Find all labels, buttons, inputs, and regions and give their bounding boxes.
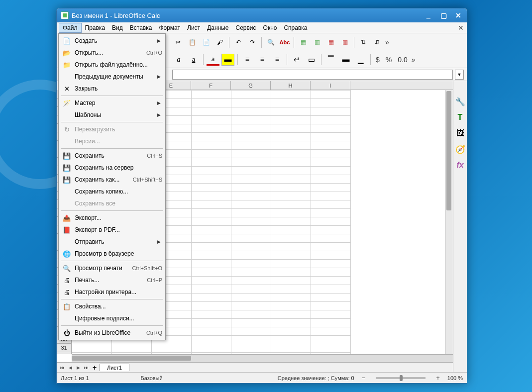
horizontal-scrollbar[interactable] [72, 354, 453, 362]
align-center-icon[interactable]: ≡ [256, 54, 269, 66]
menu-format[interactable]: Формат [155, 23, 184, 32]
maximize-button[interactable]: ▢ [439, 11, 448, 20]
first-sheet-icon[interactable]: ⏮ [59, 364, 66, 371]
paste-icon[interactable]: 📄 [200, 36, 212, 48]
zoom-slider[interactable] [376, 377, 426, 379]
menu-item-закрыть[interactable]: ✕Закрыть [59, 83, 165, 95]
menu-item-настройки-принтера-[interactable]: 🖨Настройки принтера... [59, 286, 165, 298]
functions-panel-icon[interactable]: fx [455, 160, 466, 171]
insert-col-icon[interactable]: ▥ [311, 36, 323, 48]
gallery-panel-icon[interactable]: 🖼 [455, 128, 466, 139]
zoom-in-button[interactable]: + [434, 374, 441, 382]
insert-row-icon[interactable]: ▦ [297, 36, 309, 48]
highlight-icon[interactable]: ▬ [221, 54, 234, 66]
menu-item-label: Сохранить все [75, 200, 162, 207]
menu-item-шаблоны[interactable]: Шаблоны▶ [59, 109, 165, 121]
col-header-H[interactable]: H [271, 81, 311, 90]
menu-item-цифровые-подписи-[interactable]: Цифровые подписи... [59, 312, 165, 324]
vertical-scrollbar[interactable] [445, 90, 453, 354]
italic-icon[interactable]: a [172, 54, 185, 66]
next-sheet-icon[interactable]: ▶ [75, 364, 82, 371]
font-color-icon[interactable]: a [207, 54, 219, 66]
separator [261, 37, 262, 48]
menu-item-сохранить-на-сервер[interactable]: 💾Сохранить на сервер [59, 162, 165, 174]
formula-dropdown-icon[interactable]: ▼ [455, 70, 464, 80]
menu-item-создать[interactable]: 📄Создать▶ [59, 35, 165, 47]
sort-asc-icon[interactable]: ⇅ [357, 36, 369, 48]
menu-item-версии-: Версии... [59, 135, 165, 147]
styles-panel-icon[interactable]: T [455, 112, 466, 123]
menu-window[interactable]: Окно [260, 23, 281, 32]
zoom-out-button[interactable]: − [360, 374, 367, 382]
menu-data[interactable]: Данные [204, 23, 232, 32]
menu-item-открыть-[interactable]: 📂Открыть...Ctrl+O [59, 47, 165, 59]
valign-bot-icon[interactable]: ▁ [354, 54, 367, 66]
hscroll-thumb[interactable] [72, 356, 191, 361]
format-paintbrush-icon[interactable]: 🖌 [214, 36, 226, 48]
prev-sheet-icon[interactable]: ◀ [67, 364, 74, 371]
vscroll-thumb[interactable] [446, 91, 451, 210]
percent-icon[interactable]: % [384, 56, 394, 64]
menu-file[interactable]: Файл [59, 23, 82, 33]
underline-icon[interactable]: a [187, 54, 200, 66]
menu-item-отправить[interactable]: Отправить▶ [59, 236, 165, 248]
close-document-icon[interactable]: ✕ [458, 24, 464, 32]
delete-row-icon[interactable]: ▦ [325, 36, 337, 48]
menu-item-icon [62, 199, 72, 207]
col-header-F[interactable]: F [191, 81, 231, 90]
minimize-button[interactable]: _ [424, 11, 433, 20]
sheet-tab-1[interactable]: Лист1 [100, 364, 129, 371]
titlebar[interactable]: Без имени 1 - LibreOffice Calc _ ▢ ✕ [57, 8, 467, 22]
navigator-panel-icon[interactable]: 🧭 [455, 144, 466, 155]
align-right-icon[interactable]: ≡ [271, 54, 284, 66]
add-sheet-button[interactable]: + [91, 364, 99, 372]
menu-item-свойства-[interactable]: 📋Свойства... [59, 300, 165, 312]
copy-icon[interactable]: 📋 [186, 36, 198, 48]
menu-item-предыдущие-документы[interactable]: Предыдущие документы▶ [59, 71, 165, 83]
wrap-text-icon[interactable]: ↵ [290, 54, 303, 66]
menu-item-мастер[interactable]: 🪄Мастер▶ [59, 97, 165, 109]
menu-view[interactable]: Вид [108, 23, 126, 32]
delete-col-icon[interactable]: ▥ [339, 36, 351, 48]
find-icon[interactable]: 🔍 [265, 36, 277, 48]
properties-panel-icon[interactable]: 🔧 [455, 96, 466, 107]
spellcheck-icon[interactable]: Abc [279, 36, 291, 48]
menu-item-выйти-из-libreoffice[interactable]: ⏻Выйти из LibreOfficeCtrl+Q [59, 327, 165, 339]
menu-sheet[interactable]: Лист [184, 23, 204, 32]
menu-help[interactable]: Справка [280, 23, 311, 32]
col-header-G[interactable]: G [231, 81, 271, 90]
menu-item-сохранить-копию-[interactable]: Сохранить копию... [59, 186, 165, 197]
menu-item-сохранить-как-[interactable]: 💾Сохранить как...Ctrl+Shift+S [59, 174, 165, 186]
toolbar2-overflow-icon[interactable]: » [412, 56, 418, 64]
toolbar-overflow-icon[interactable]: » [385, 38, 391, 46]
menu-item-экспорт-[interactable]: 📤Экспорт... [59, 212, 165, 224]
cut-icon[interactable]: ✂ [172, 36, 184, 48]
menu-edit[interactable]: Правка [82, 23, 109, 32]
merge-cells-icon[interactable]: ▭ [305, 54, 318, 66]
align-left-icon[interactable]: ≡ [241, 54, 254, 66]
status-aggregate: Среднее значение: ; Сумма: 0 [278, 375, 354, 381]
menu-insert[interactable]: Вставка [126, 23, 156, 32]
last-sheet-icon[interactable]: ⏭ [83, 364, 90, 371]
menu-item-печать-[interactable]: 🖨Печать...Ctrl+P [59, 274, 165, 286]
menu-item-просмотр-печати[interactable]: 🔍Просмотр печатиCtrl+Shift+O [59, 262, 165, 274]
redo-icon[interactable]: ↷ [246, 36, 258, 48]
sort-desc-icon[interactable]: ⇵ [371, 36, 383, 48]
separator [203, 54, 204, 65]
close-button[interactable]: ✕ [454, 11, 463, 20]
menu-item-icon: 🖨 [62, 276, 72, 284]
undo-icon[interactable]: ↶ [232, 36, 244, 48]
menu-item-экспорт-в-pdf-[interactable]: 📕Экспорт в PDF... [59, 224, 165, 236]
menu-item-label: Предыдущие документы [75, 73, 157, 80]
formula-input[interactable] [172, 70, 453, 80]
menu-item-сохранить[interactable]: 💾СохранитьCtrl+S [59, 150, 165, 162]
col-header-I[interactable]: I [311, 81, 350, 90]
valign-top-icon[interactable]: ▔ [324, 54, 337, 66]
number-format-icon[interactable]: 0.0 [396, 56, 409, 64]
menu-item-просмотр-в-браузере[interactable]: 🌐Просмотр в браузере [59, 248, 165, 260]
menu-tools[interactable]: Сервис [232, 23, 259, 32]
currency-icon[interactable]: $ [374, 56, 382, 64]
row-header-31[interactable]: 31 [57, 344, 71, 352]
menu-item-открыть-файл-удалённо-[interactable]: 📁Открыть файл удалённо... [59, 59, 165, 71]
valign-mid-icon[interactable]: ▬ [339, 54, 352, 66]
